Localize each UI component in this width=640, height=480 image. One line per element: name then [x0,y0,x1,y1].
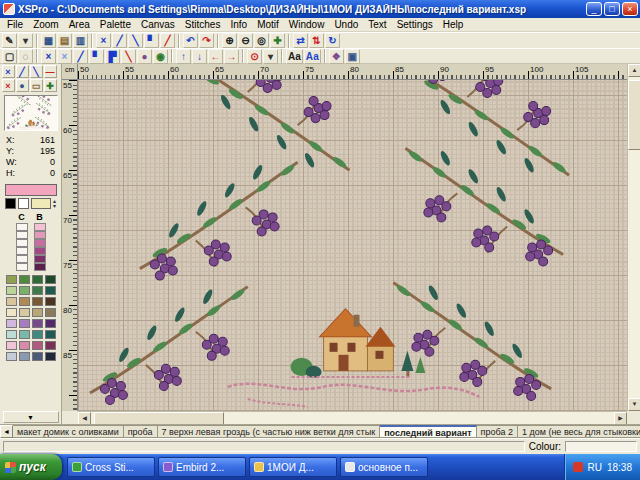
half-stitch-right-icon[interactable]: ╲ [128,33,143,48]
tab-scroll-left[interactable]: ◄ [0,425,13,438]
rotate-icon[interactable]: ↻ [325,33,340,48]
b-column-swatch[interactable] [34,239,46,247]
palette-swatch[interactable] [45,308,56,317]
motif-icon[interactable]: ❖ [329,49,344,64]
palette-swatch[interactable] [32,275,43,284]
palette-swatch[interactable] [19,275,30,284]
taskbar-task[interactable]: основное п... [340,457,428,477]
select-lasso-icon[interactable]: ◌ [18,49,33,64]
palette-swatch[interactable] [19,352,30,361]
pencil-tool-icon[interactable]: ✎ [2,33,17,48]
horizontal-scrollbar[interactable]: ◀ ▶ [78,411,627,424]
palette-swatch[interactable] [45,319,56,328]
menu-item[interactable]: Settings [392,18,438,31]
c-column-swatch[interactable] [16,231,28,239]
fabric-icon[interactable]: ▤ [57,33,72,48]
pattern-tab[interactable]: последний вариант [380,425,476,438]
palette-swatch[interactable] [6,330,17,339]
select-rect-icon[interactable]: ▢ [2,49,17,64]
palette-swatch[interactable] [45,341,56,350]
zoom-out-icon[interactable]: ⊖ [238,33,253,48]
taskbar-task[interactable]: Embird 2... [158,457,246,477]
redo-arrow-icon[interactable]: ↷ [199,33,214,48]
mirror-vertical-icon[interactable]: ⇅ [309,33,324,48]
menu-item[interactable]: Palette [95,18,136,31]
stitch-quarter-icon[interactable]: ▘ [89,49,104,64]
palette-swatch[interactable] [45,297,56,306]
menu-item[interactable]: Zoom [28,18,64,31]
design-canvas[interactable] [78,80,627,411]
scroll-down-icon[interactable]: ▼ [628,398,640,411]
undo-arrow-icon[interactable]: ↶ [183,33,198,48]
menu-item[interactable]: Undo [329,18,363,31]
pattern-tab[interactable]: 1 дом (не весь для стыковки) [518,425,640,438]
b-column-swatch[interactable] [34,231,46,239]
palette-swatch[interactable] [19,319,30,328]
b-column-swatch[interactable] [34,263,46,271]
tool-dropdown-icon[interactable]: ▾ [18,33,33,48]
zoom-in-icon[interactable]: ⊕ [222,33,237,48]
side-eraser-icon[interactable]: ▭ [30,79,43,92]
palette-swatch[interactable] [6,275,17,284]
tray-app-icon[interactable] [573,462,583,472]
bead-icon[interactable]: ● [137,49,152,64]
menu-item[interactable]: Stitches [180,18,226,31]
palette-swatch[interactable] [19,341,30,350]
stitch-petite-icon[interactable]: × [57,49,72,64]
pattern-tab[interactable]: проба [124,425,158,438]
pan-icon[interactable]: ✚ [270,33,285,48]
text-cyrillic-icon[interactable]: Аа [304,49,321,64]
pattern-tab[interactable]: макет домик с оливками [13,425,124,438]
mirror-horizontal-icon[interactable]: ⇄ [293,33,308,48]
b-column-swatch[interactable] [34,223,46,231]
palette-swatch[interactable] [32,319,43,328]
library-icon[interactable]: ▣ [345,49,360,64]
palette-swatch[interactable] [19,330,30,339]
palette-swatch[interactable] [6,297,17,306]
full-stitch-icon[interactable]: × [96,33,111,48]
language-indicator[interactable]: RU [588,462,602,473]
palette-scroll-down[interactable]: ▼ [3,411,59,423]
palette-swatch[interactable] [32,352,43,361]
french-knot-icon[interactable]: ◉ [153,49,168,64]
black-swatch[interactable] [5,198,16,209]
menu-item[interactable]: Info [225,18,252,31]
arrow-right-icon[interactable]: → [224,49,239,64]
palette-swatch[interactable] [19,286,30,295]
pattern-preview[interactable] [4,95,58,131]
current-color-swatch[interactable] [5,184,57,196]
side-quarter-stitch-icon[interactable]: ╲ [30,65,43,78]
menu-item[interactable]: File [2,18,28,31]
c-column-swatch[interactable] [16,263,28,271]
palette-swatch[interactable] [45,275,56,284]
menu-item[interactable]: Area [64,18,95,31]
side-half-stitch-icon[interactable]: ╱ [16,65,29,78]
palette-spinner[interactable]: ▴ ▾ [53,199,56,209]
menu-item[interactable]: Help [438,18,469,31]
zoom-100-icon[interactable]: ◎ [254,33,269,48]
palette-swatch[interactable] [6,286,17,295]
taskbar-task[interactable]: 1МОИ Д... [249,457,337,477]
palette-swatch[interactable] [45,286,56,295]
palette-swatch[interactable] [45,330,56,339]
menu-item[interactable]: Canvas [136,18,180,31]
color-dropdown-icon[interactable]: ▾ [263,49,278,64]
stitch-full-icon[interactable]: × [41,49,56,64]
text-latin-icon[interactable]: Aa [286,49,303,64]
half-stitch-left-icon[interactable]: ╱ [112,33,127,48]
color-picker-icon[interactable]: ⊙ [247,49,262,64]
close-button[interactable]: × [622,2,638,16]
arrow-down-icon[interactable]: ↓ [192,49,207,64]
pattern-tab[interactable]: проба 2 [477,425,518,438]
c-column-swatch[interactable] [16,223,28,231]
palette-swatch[interactable] [32,286,43,295]
taskbar-task[interactable]: Cross Sti... [67,457,155,477]
save-icon[interactable]: ▥ [73,33,88,48]
stitch-half-icon[interactable]: ╱ [73,49,88,64]
c-column-swatch[interactable] [16,247,28,255]
palette-swatch[interactable] [6,308,17,317]
side-pan-icon[interactable]: ✚ [44,79,57,92]
menu-item[interactable]: Window [284,18,330,31]
grid-toggle-icon[interactable]: ▦ [41,33,56,48]
backstitch2-icon[interactable]: ╲ [121,49,136,64]
